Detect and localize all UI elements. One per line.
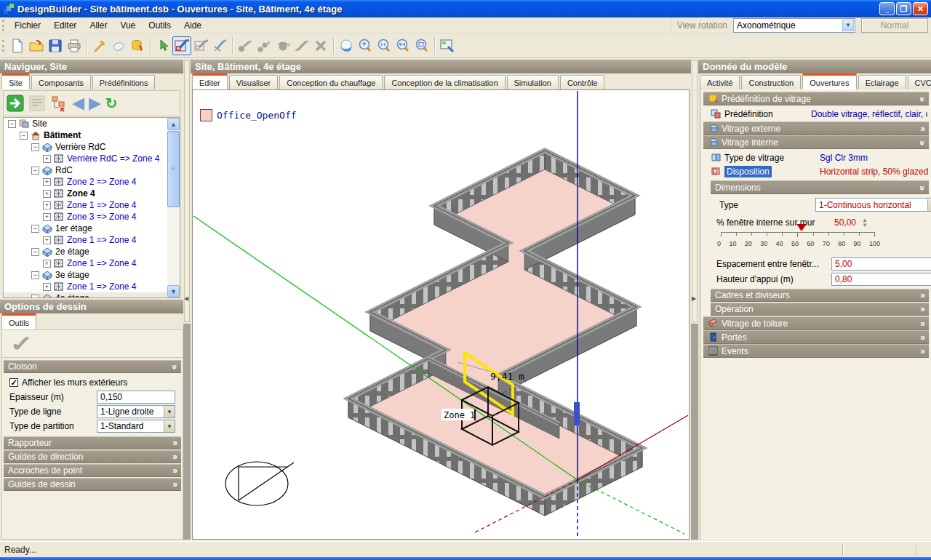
right-splitter[interactable]: ▶ bbox=[691, 60, 698, 540]
chevron-down-icon[interactable]: ▼ bbox=[927, 199, 931, 211]
section-accroches-point[interactable]: Accroches de point» bbox=[4, 464, 181, 477]
new-file-button[interactable] bbox=[8, 36, 27, 55]
tree-row[interactable]: − 3e étage bbox=[4, 269, 180, 281]
glazing-type-row[interactable]: Type de vitrage Sgl Clr 3mm bbox=[711, 151, 929, 164]
tab-activite[interactable]: Activité bbox=[700, 75, 740, 89]
collapse-icon[interactable]: − bbox=[31, 225, 39, 233]
tree-row-selected[interactable]: − 4e étage bbox=[4, 292, 180, 298]
section-internal-glazing[interactable]: Vitrage interne » bbox=[703, 135, 929, 149]
tab-site[interactable]: Site bbox=[1, 73, 30, 89]
copy-button[interactable] bbox=[255, 36, 273, 55]
collapse-icon[interactable]: − bbox=[31, 271, 39, 279]
collapse-icon[interactable]: − bbox=[31, 248, 39, 256]
tree-row[interactable]: − 2e étage bbox=[4, 246, 180, 257]
collapse-icon[interactable]: − bbox=[31, 167, 39, 175]
cut-mode-button[interactable] bbox=[210, 36, 229, 55]
chevron-down-icon[interactable]: ▼ bbox=[842, 20, 854, 31]
normal-button[interactable]: Normal bbox=[861, 18, 928, 33]
open-file-button[interactable] bbox=[27, 36, 46, 55]
selected-wall-segment[interactable] bbox=[574, 402, 580, 425]
tree-row[interactable]: − RdC bbox=[4, 164, 180, 176]
zoom-in-out-button[interactable] bbox=[356, 36, 375, 55]
section-cloison[interactable]: Cloison » bbox=[4, 360, 181, 373]
section-roof-glazing[interactable]: Vitrage de toiture» bbox=[703, 316, 929, 330]
tab-cvc[interactable]: CVC bbox=[908, 75, 931, 89]
move-button[interactable] bbox=[236, 36, 255, 55]
tree-row[interactable]: + Zone 1 => Zone 4 bbox=[4, 199, 180, 211]
close-button[interactable]: ✕ bbox=[913, 2, 928, 15]
spacing-input[interactable]: 5,00 bbox=[831, 257, 931, 271]
template-value[interactable]: Double vitrage, réflectif, clair, c bbox=[811, 109, 927, 119]
menu-aller[interactable]: Aller bbox=[83, 18, 113, 33]
delete-button[interactable] bbox=[311, 36, 330, 55]
refresh-button[interactable]: ↻ bbox=[105, 95, 118, 112]
display-options-button[interactable] bbox=[438, 36, 457, 55]
expand-icon[interactable]: + bbox=[43, 236, 51, 244]
rotate-button[interactable] bbox=[273, 36, 292, 55]
chevron-down-icon[interactable]: ▼ bbox=[164, 420, 175, 432]
nav-back-button[interactable]: ◀ bbox=[72, 95, 84, 111]
glazing-type-value[interactable]: Sgl Clr 3mm bbox=[820, 153, 868, 163]
tree-row[interactable]: − Bâtiment bbox=[4, 129, 180, 141]
tree-row[interactable]: + Zone 2 => Zone 4 bbox=[4, 176, 180, 188]
section-doors[interactable]: Portes» bbox=[703, 330, 929, 344]
tree-row[interactable]: + Zone 1 => Zone 4 bbox=[4, 281, 180, 292]
draw-wall-mode-button[interactable] bbox=[172, 36, 191, 55]
view-rotation-dropdown[interactable]: Axonométrique ▼ bbox=[733, 18, 855, 33]
minimize-button[interactable]: _ bbox=[879, 2, 895, 15]
learning-mode-button[interactable] bbox=[28, 95, 46, 112]
scrollbar-thumb[interactable] bbox=[167, 131, 180, 207]
zoom-dynamic-button[interactable] bbox=[375, 36, 393, 55]
chevron-down-icon[interactable]: ▼ bbox=[164, 406, 175, 417]
layout-row[interactable]: Disposition Horizontal strip, 50% glazed bbox=[711, 164, 929, 178]
tab-predefinitions[interactable]: Prédéfinitions bbox=[92, 75, 156, 89]
scroll-down-icon[interactable]: ▼ bbox=[167, 285, 180, 297]
section-frames-dividers[interactable]: Cadres et diviseurs» bbox=[711, 289, 929, 302]
show-exterior-walls-row[interactable]: ✓ Afficher les murs extérieurs bbox=[2, 375, 183, 390]
expand-icon[interactable]: + bbox=[43, 190, 51, 198]
tree-row[interactable]: − 1er étage bbox=[4, 223, 180, 234]
tab-editer[interactable]: Editer bbox=[192, 73, 228, 89]
menu-editer[interactable]: Editer bbox=[47, 18, 83, 33]
left-splitter[interactable]: ◀ bbox=[183, 60, 191, 540]
checkmark-icon[interactable]: ✓ bbox=[9, 331, 33, 356]
type-dropdown[interactable]: 1-Continuous horizontal ▼ bbox=[815, 198, 931, 212]
line-type-dropdown[interactable]: 1-Ligne droite▼ bbox=[97, 405, 175, 418]
zoom-extents-button[interactable] bbox=[393, 36, 412, 55]
drawing-canvas[interactable]: 9,41 m Zone 1 Office_OpenOff bbox=[192, 89, 690, 540]
tree-row[interactable]: + Zone 3 => Zone 4 bbox=[4, 211, 180, 223]
tree-row[interactable]: − Site bbox=[4, 118, 180, 129]
collapse-icon[interactable]: − bbox=[20, 132, 28, 140]
partition-type-dropdown[interactable]: 1-Standard▼ bbox=[97, 420, 175, 433]
section-rapporteur[interactable]: Rapporteur» bbox=[4, 436, 181, 449]
section-events[interactable]: Events» bbox=[703, 344, 929, 358]
layout-value[interactable]: Horizontal strip, 50% glazed bbox=[820, 167, 928, 177]
restore-button[interactable]: ❐ bbox=[896, 2, 911, 15]
section-dimensions[interactable]: Dimensions » bbox=[711, 180, 929, 194]
hierarchy-delete-button[interactable] bbox=[50, 95, 68, 112]
options-wrench-button[interactable] bbox=[90, 36, 109, 55]
expand-icon[interactable]: + bbox=[43, 213, 51, 221]
section-guides-dessin[interactable]: Guides de dessin» bbox=[4, 478, 181, 491]
tab-conception-climatisation[interactable]: Conception de la climatisation bbox=[384, 75, 505, 89]
scroll-up-icon[interactable]: ▲ bbox=[167, 118, 180, 130]
save-button[interactable] bbox=[46, 36, 65, 55]
undo-database-button[interactable] bbox=[128, 36, 147, 55]
tree-row[interactable]: − Verrière RdC bbox=[4, 141, 180, 153]
section-operation[interactable]: Opération» bbox=[711, 303, 929, 316]
tree-row[interactable]: + Zone 4 bbox=[4, 188, 180, 199]
tab-outils[interactable]: Outils bbox=[1, 313, 36, 329]
expand-icon[interactable]: + bbox=[43, 178, 51, 186]
wwr-slider[interactable]: 0102030405060708090100 bbox=[721, 223, 882, 253]
template-row[interactable]: Prédéfinition Double vitrage, réflectif,… bbox=[711, 107, 929, 121]
expand-icon[interactable]: + bbox=[43, 260, 51, 268]
tab-composants[interactable]: Composants bbox=[31, 75, 91, 89]
nav-forward-button[interactable]: ▶ bbox=[89, 95, 101, 111]
thickness-input[interactable]: 0,150 bbox=[97, 391, 175, 404]
navigate-into-button[interactable] bbox=[7, 95, 24, 112]
expand-icon[interactable]: + bbox=[43, 283, 51, 291]
menu-fichier[interactable]: Fichier bbox=[8, 18, 47, 33]
menu-vue[interactable]: Vue bbox=[113, 18, 142, 33]
zoom-window-button[interactable] bbox=[412, 36, 431, 55]
collapse-icon[interactable]: − bbox=[31, 295, 39, 299]
